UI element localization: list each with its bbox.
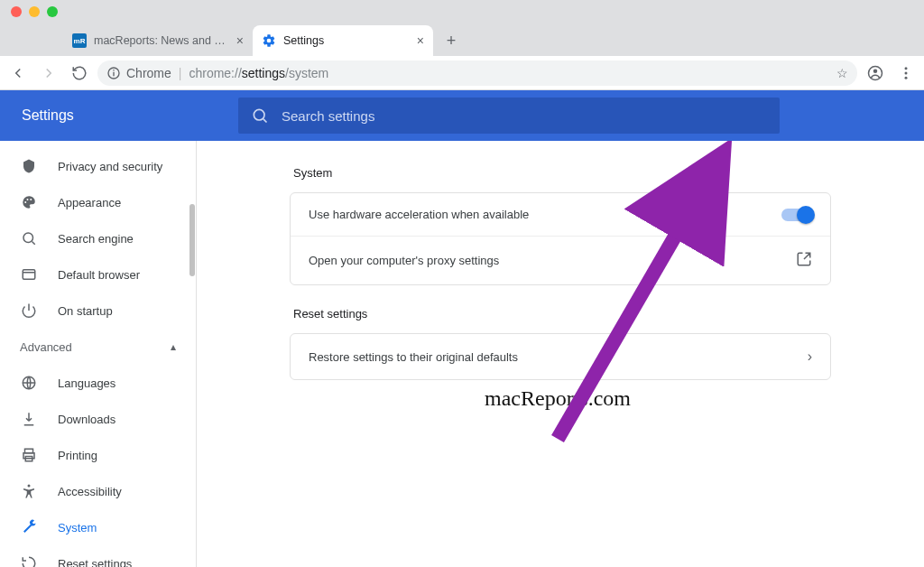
toggle-hardware-accel[interactable] — [781, 209, 812, 221]
print-icon — [20, 447, 38, 463]
svg-line-9 — [263, 119, 267, 123]
profile-icon[interactable] — [863, 60, 888, 86]
chevron-right-icon: › — [808, 349, 812, 365]
forward-button[interactable] — [36, 60, 61, 86]
minimize-window-icon[interactable] — [29, 6, 40, 17]
download-icon — [20, 411, 38, 427]
reload-button[interactable] — [67, 60, 92, 86]
sidebar-item-label: Privacy and security — [58, 160, 189, 173]
address-bar[interactable]: Chrome | chrome://settings/system ☆ — [97, 60, 857, 86]
reset-icon — [20, 555, 38, 567]
svg-point-22 — [28, 485, 31, 488]
tab-macreports[interactable]: mR macReports: News and Tips fo × — [63, 25, 253, 56]
power-icon — [20, 302, 38, 319]
kebab-menu-icon[interactable] — [893, 60, 919, 86]
section-title-reset: Reset settings — [293, 307, 831, 321]
row-label: Use hardware acceleration when available — [309, 208, 529, 221]
palette-icon — [20, 194, 38, 210]
sidebar: Privacy and security Appearance Search e… — [0, 141, 197, 567]
row-hardware-accel[interactable]: Use hardware acceleration when available — [291, 193, 830, 236]
sidebar-item-label: On startup — [58, 304, 189, 318]
search-placeholder: Search settings — [282, 108, 374, 124]
svg-rect-15 — [23, 270, 35, 280]
reset-card: Restore settings to their original defau… — [290, 333, 831, 380]
url-text: chrome://settings/system — [189, 66, 328, 80]
sidebar-item-printing[interactable]: Printing — [0, 437, 189, 473]
sidebar-item-label: Printing — [58, 449, 189, 462]
sidebar-item-appearance[interactable]: Appearance — [0, 184, 189, 220]
sidebar-item-label: System — [58, 521, 189, 534]
tab-title: Settings — [283, 34, 410, 47]
sidebar-group-advanced[interactable]: Advanced ▴ — [0, 329, 196, 365]
tab-settings[interactable]: Settings × — [253, 25, 433, 56]
sidebar-item-reset[interactable]: Reset settings — [0, 545, 189, 567]
back-button[interactable] — [5, 60, 31, 86]
svg-point-10 — [24, 201, 26, 203]
tab-strip: mR macReports: News and Tips fo × Settin… — [0, 23, 924, 56]
settings-header: Settings Search settings — [0, 90, 924, 141]
svg-point-13 — [23, 233, 33, 243]
tab-title: macReports: News and Tips fo — [94, 34, 229, 47]
svg-rect-1 — [113, 71, 114, 76]
page-title: Settings — [22, 107, 238, 124]
zoom-window-icon[interactable] — [47, 6, 58, 17]
settings-search-input[interactable]: Search settings — [238, 98, 780, 134]
svg-point-8 — [254, 109, 264, 120]
sidebar-item-label: Appearance — [58, 196, 189, 209]
svg-line-14 — [32, 241, 34, 244]
sidebar-item-default-browser[interactable]: Default browser — [0, 256, 189, 293]
svg-point-7 — [905, 76, 908, 79]
sidebar-item-label: Languages — [58, 376, 189, 390]
sidebar-item-accessibility[interactable]: Accessibility — [0, 473, 189, 509]
sidebar-item-label: Reset settings — [58, 557, 189, 568]
titlebar — [0, 0, 924, 23]
sidebar-item-search[interactable]: Search engine — [0, 220, 189, 256]
sidebar-item-downloads[interactable]: Downloads — [0, 401, 189, 437]
row-restore-defaults[interactable]: Restore settings to their original defau… — [291, 334, 830, 379]
browser-icon — [20, 266, 38, 283]
bookmark-star-icon[interactable]: ☆ — [836, 66, 848, 80]
close-icon[interactable]: × — [417, 33, 424, 48]
wrench-icon — [20, 519, 38, 535]
favicon-icon: mR — [72, 33, 87, 48]
new-tab-button[interactable]: + — [439, 28, 464, 53]
row-label: Open your computer's proxy settings — [309, 254, 499, 267]
site-info-icon[interactable]: Chrome — [106, 66, 171, 80]
close-icon[interactable]: × — [236, 33, 244, 48]
group-label: Advanced — [20, 340, 72, 354]
browser-toolbar: Chrome | chrome://settings/system ☆ — [0, 56, 924, 90]
sidebar-item-startup[interactable]: On startup — [0, 293, 189, 329]
svg-point-4 — [873, 69, 878, 73]
globe-icon — [20, 375, 38, 391]
accessibility-icon — [20, 483, 38, 499]
sidebar-item-languages[interactable]: Languages — [0, 365, 189, 401]
gear-icon — [262, 33, 276, 48]
content-area: System Use hardware acceleration when av… — [197, 141, 924, 567]
row-proxy-settings[interactable]: Open your computer's proxy settings — [291, 236, 830, 284]
chevron-up-icon: ▴ — [171, 340, 176, 353]
sidebar-item-label: Search engine — [58, 232, 189, 246]
sidebar-item-label: Default browser — [58, 268, 189, 282]
svg-rect-2 — [113, 70, 114, 70]
svg-point-11 — [27, 199, 29, 200]
close-window-icon[interactable] — [11, 6, 22, 17]
shield-icon — [20, 158, 38, 174]
search-icon — [20, 230, 38, 246]
sidebar-item-label: Accessibility — [58, 485, 189, 498]
svg-point-6 — [905, 71, 908, 74]
secure-label: Chrome — [126, 66, 171, 80]
svg-point-12 — [30, 199, 32, 200]
sidebar-item-system[interactable]: System — [0, 509, 189, 545]
sidebar-item-privacy[interactable]: Privacy and security — [0, 148, 189, 184]
row-label: Restore settings to their original defau… — [309, 350, 518, 364]
external-link-icon — [796, 251, 812, 270]
section-title-system: System — [293, 166, 831, 180]
scrollbar-thumb[interactable] — [189, 204, 195, 276]
system-card: Use hardware acceleration when available… — [290, 192, 831, 285]
traffic-lights — [11, 6, 58, 17]
svg-point-5 — [905, 67, 908, 70]
sidebar-item-label: Downloads — [58, 413, 189, 426]
